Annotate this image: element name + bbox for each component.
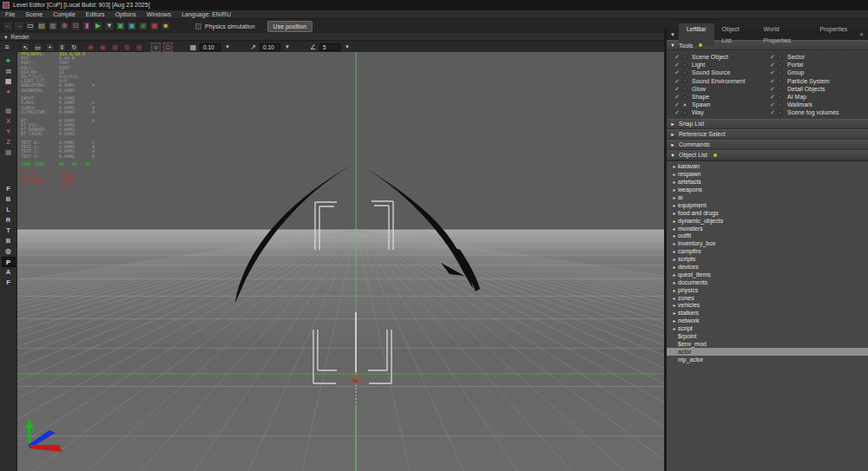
check-icon[interactable]: ✓ [672, 53, 682, 61]
menu-item[interactable]: Windows [141, 10, 176, 19]
object-list-item[interactable]: monsters [667, 225, 868, 232]
object-list-item[interactable]: actor [667, 348, 868, 356]
radio-icon[interactable] [682, 70, 687, 75]
tool-toggle-row[interactable]: ✓ Glow [672, 85, 767, 93]
check-icon[interactable]: ✓ [767, 69, 778, 76]
check-icon[interactable]: ✓ [767, 77, 778, 85]
axis-lock-z-icon[interactable]: ⊘ [110, 43, 120, 52]
select-tool-icon[interactable]: ↖ [21, 43, 30, 52]
run-game-icon[interactable]: ▶ [93, 21, 103, 31]
commands-section-header[interactable]: ► Commands [667, 140, 868, 150]
object-list-item[interactable]: ai [667, 193, 868, 201]
tool-toggle-row[interactable]: ✓ Sound Environment [672, 77, 767, 85]
chevron-down-icon[interactable]: ▼ [342, 44, 352, 49]
check-icon[interactable]: ✓ [672, 93, 682, 101]
lod-icon[interactable]: [1] [2, 66, 16, 76]
normal-align-icon[interactable]: □ [163, 43, 173, 52]
chevron-down-icon[interactable]: ▼ [222, 44, 233, 49]
make-game-icon[interactable]: ▣ [127, 21, 137, 31]
menu-item[interactable]: Scene [20, 10, 48, 19]
scale-tool-icon[interactable]: ⇕ [57, 43, 67, 52]
radio-icon[interactable] [778, 55, 783, 60]
radio-icon[interactable] [778, 102, 783, 108]
object-list-item[interactable]: vehicles [667, 302, 868, 310]
new-scene-icon[interactable]: ▭ [25, 21, 36, 31]
sphere-icon[interactable]: ● [2, 87, 16, 97]
axonometric-button[interactable]: A [2, 267, 16, 278]
view-top-button[interactable]: T [2, 226, 16, 236]
view-front-button[interactable]: F [2, 184, 16, 194]
object-list-item[interactable]: physics [667, 286, 868, 294]
object-list-item[interactable]: devices [667, 263, 868, 271]
save-scene-icon[interactable]: ▦ [48, 21, 58, 31]
move-tool-icon[interactable]: + [45, 43, 55, 52]
axis-lock-x-icon[interactable]: ⊕ [86, 43, 95, 52]
tool-toggle-row[interactable]: ✓ Scene Object [672, 53, 767, 61]
chevron-down-icon[interactable]: ▼ [3, 35, 8, 40]
check-icon[interactable]: ✓ [672, 61, 682, 69]
radio-icon[interactable] [778, 95, 783, 100]
check-icon[interactable]: ✓ [672, 85, 682, 93]
menu-item[interactable]: Editors [81, 10, 110, 19]
axis-plane-button[interactable]: ▦ [2, 147, 16, 158]
camera-icon[interactable]: ◎ [2, 246, 16, 257]
grid-snap-value[interactable]: 0.10 [200, 43, 220, 51]
layers-icon[interactable]: ▤ [2, 76, 16, 87]
tool-toggle-row[interactable]: ✓ Group [767, 69, 839, 76]
radio-icon[interactable] [682, 86, 687, 91]
error-list-icon[interactable]: ▣ [149, 21, 160, 31]
radio-icon[interactable] [682, 78, 687, 83]
object-list-item[interactable]: dynamic_objects [667, 217, 868, 225]
section-collapsed-icon[interactable]: ► [667, 142, 679, 147]
menu-item[interactable]: Language: EN/RU [176, 10, 236, 19]
snap-list-section-header[interactable]: ► Snap List [667, 119, 868, 129]
radio-icon[interactable] [682, 102, 687, 108]
axis-lock-all-icon[interactable]: ⊖ [135, 43, 144, 52]
grid-cube-icon[interactable]: ▦ [2, 106, 16, 116]
radio-icon[interactable] [778, 86, 783, 91]
view-left-button[interactable]: L [2, 205, 16, 215]
objects-icon[interactable]: ♣ [2, 56, 16, 66]
radio-icon[interactable] [682, 110, 687, 115]
axis-lock-y-icon[interactable]: ⊗ [98, 43, 108, 52]
object-list-item[interactable]: equipment [667, 201, 868, 209]
radio-icon[interactable] [778, 110, 783, 115]
section-collapsed-icon[interactable]: ► [667, 132, 679, 137]
soft-select-icon[interactable]: ○ [151, 43, 161, 52]
panel-tab[interactable]: World Properties [755, 23, 812, 46]
check-icon[interactable]: ✓ [767, 53, 778, 61]
object-list-item[interactable]: artefacts [667, 178, 868, 186]
add-object-tool-icon[interactable]: ▭ [33, 43, 43, 52]
axis-y-button[interactable]: Y [2, 127, 16, 137]
tool-toggle-row[interactable]: ✓ Wallmark [767, 101, 839, 108]
object-list-item[interactable]: weapons [667, 186, 868, 193]
make-details-icon[interactable]: ▣ [138, 21, 148, 31]
rotate-tool-icon[interactable]: ↻ [69, 43, 79, 52]
perspective-button[interactable]: P [2, 257, 16, 267]
object-list-section-header[interactable]: ▼ Object List [667, 150, 868, 160]
close-icon[interactable]: × [855, 30, 868, 38]
section-collapsed-icon[interactable]: ► [667, 121, 679, 127]
render-bar[interactable]: ▼Render [0, 33, 664, 41]
check-icon[interactable]: ✓ [672, 69, 682, 76]
tool-toggle-row[interactable]: ✓ Sound Source [672, 69, 767, 76]
menu-item[interactable]: Options [110, 10, 141, 19]
flight-mode-button[interactable]: F [2, 278, 16, 288]
object-list-item[interactable]: mp_actor [667, 356, 868, 363]
open-scene-icon[interactable]: ▤ [36, 21, 47, 31]
section-expanded-icon[interactable]: ▼ [667, 43, 679, 48]
view-back-button[interactable]: B [2, 194, 16, 205]
tool-toggle-row[interactable]: ✓ Shape [672, 93, 767, 101]
reference-select-section-header[interactable]: ► Reference Select [667, 129, 868, 140]
object-list-item[interactable]: campfire [667, 247, 868, 255]
object-list-item[interactable]: documents [667, 278, 868, 286]
run-options-icon[interactable]: ▼ [104, 21, 115, 31]
tool-toggle-row[interactable]: ✓ AI Map [767, 93, 839, 101]
viewport-canvas[interactable] [17, 52, 664, 471]
checkbox-box-icon[interactable] [195, 23, 201, 29]
browse-folder-icon[interactable]: ■ [161, 21, 171, 31]
panel-dropdown-icon[interactable]: ▼ [667, 32, 679, 37]
image-editor-icon[interactable]: ⊛ [59, 21, 69, 31]
radio-icon[interactable] [778, 62, 783, 68]
view-right-button[interactable]: R [2, 215, 16, 226]
